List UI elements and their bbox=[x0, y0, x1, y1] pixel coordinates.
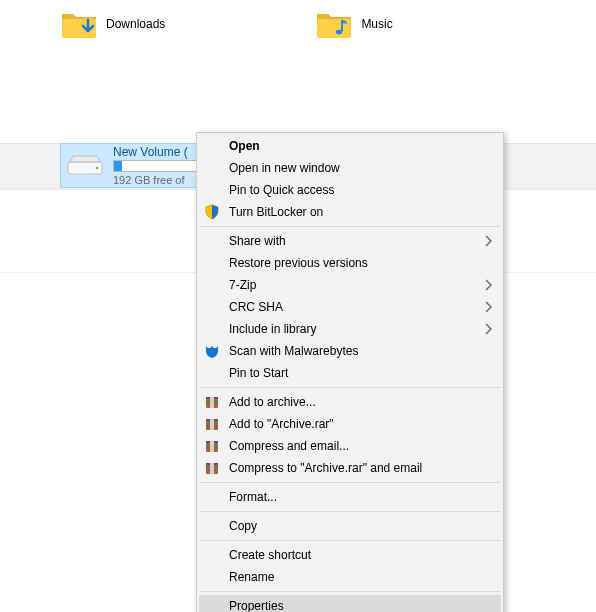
folder-icons-row: Downloads Music bbox=[0, 0, 596, 40]
winrar-icon bbox=[204, 438, 220, 454]
menu-include-in-library[interactable]: Include in library bbox=[199, 318, 501, 340]
winrar-icon bbox=[204, 416, 220, 432]
svg-rect-22 bbox=[210, 463, 214, 474]
folder-downloads[interactable]: Downloads bbox=[60, 8, 165, 40]
menu-separator bbox=[200, 226, 500, 227]
menu-properties[interactable]: Properties bbox=[199, 595, 501, 612]
menu-restore-versions[interactable]: Restore previous versions bbox=[199, 252, 501, 274]
chevron-right-icon bbox=[483, 235, 493, 247]
menu-pin-quick-access[interactable]: Pin to Quick access bbox=[199, 179, 501, 201]
svg-point-2 bbox=[96, 166, 99, 169]
svg-point-0 bbox=[336, 30, 342, 35]
menu-compress-rar-and-email[interactable]: Compress to "Archive.rar" and email bbox=[199, 457, 501, 479]
menu-separator bbox=[200, 387, 500, 388]
menu-pin-to-start[interactable]: Pin to Start bbox=[199, 362, 501, 384]
malwarebytes-icon bbox=[204, 343, 220, 359]
menu-7zip[interactable]: 7-Zip bbox=[199, 274, 501, 296]
chevron-right-icon bbox=[483, 323, 493, 335]
menu-crc-sha[interactable]: CRC SHA bbox=[199, 296, 501, 318]
menu-separator bbox=[200, 540, 500, 541]
svg-rect-7 bbox=[210, 397, 214, 408]
menu-create-shortcut[interactable]: Create shortcut bbox=[199, 544, 501, 566]
menu-add-to-archive-rar[interactable]: Add to "Archive.rar" bbox=[199, 413, 501, 435]
menu-separator bbox=[200, 591, 500, 592]
chevron-right-icon bbox=[483, 301, 493, 313]
folder-music[interactable]: Music bbox=[315, 8, 392, 40]
menu-separator bbox=[200, 482, 500, 483]
menu-add-to-archive[interactable]: Add to archive... bbox=[199, 391, 501, 413]
menu-compress-and-email[interactable]: Compress and email... bbox=[199, 435, 501, 457]
chevron-right-icon bbox=[483, 279, 493, 291]
menu-open[interactable]: Open bbox=[199, 135, 501, 157]
folder-label: Music bbox=[361, 17, 392, 31]
menu-format[interactable]: Format... bbox=[199, 486, 501, 508]
menu-share-with[interactable]: Share with bbox=[199, 230, 501, 252]
svg-rect-17 bbox=[210, 441, 214, 452]
menu-copy[interactable]: Copy bbox=[199, 515, 501, 537]
drive-icon bbox=[67, 154, 103, 178]
menu-open-new-window[interactable]: Open in new window bbox=[199, 157, 501, 179]
downloads-folder-icon bbox=[60, 8, 98, 40]
music-folder-icon bbox=[315, 8, 353, 40]
menu-separator bbox=[200, 511, 500, 512]
menu-scan-malwarebytes[interactable]: Scan with Malwarebytes bbox=[199, 340, 501, 362]
folder-label: Downloads bbox=[106, 17, 165, 31]
context-menu: Open Open in new window Pin to Quick acc… bbox=[196, 132, 504, 612]
shield-icon bbox=[204, 204, 220, 220]
menu-rename[interactable]: Rename bbox=[199, 566, 501, 588]
menu-bitlocker[interactable]: Turn BitLocker on bbox=[199, 201, 501, 223]
winrar-icon bbox=[204, 394, 220, 410]
svg-rect-12 bbox=[210, 419, 214, 430]
winrar-icon bbox=[204, 460, 220, 476]
